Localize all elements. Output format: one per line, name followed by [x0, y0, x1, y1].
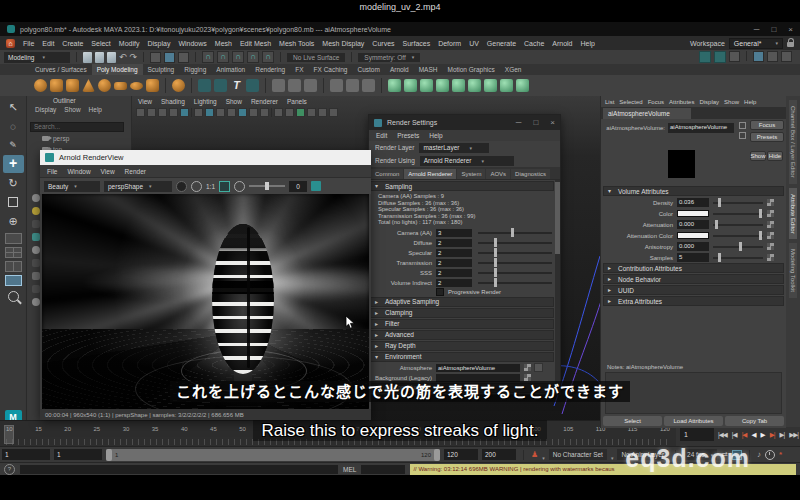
- map-checker-icon[interactable]: [524, 364, 531, 371]
- lock-workspace-icon[interactable]: [787, 42, 794, 47]
- render-settings-icon[interactable]: [729, 51, 740, 62]
- shelf-tab[interactable]: FX Caching: [309, 64, 353, 75]
- new-scene-icon[interactable]: [83, 52, 92, 63]
- shelf-tab[interactable]: Rigging: [179, 64, 211, 75]
- snap-surface-icon[interactable]: ∩: [262, 51, 274, 63]
- pixel-inspect-icon[interactable]: [234, 181, 245, 192]
- ipr-render-icon[interactable]: [714, 51, 726, 63]
- outliner-node-icon[interactable]: [32, 194, 40, 202]
- poly-plane-icon[interactable]: [114, 82, 127, 90]
- separator-icon[interactable]: [191, 108, 192, 117]
- side-panel-tab[interactable]: Modeling Toolkit: [789, 243, 797, 298]
- snap-grid-icon[interactable]: ∩: [202, 51, 214, 63]
- focus-button[interactable]: Focus: [750, 120, 784, 130]
- renderview-titlebar[interactable]: Arnold RenderView: [40, 150, 371, 165]
- map-checker-icon[interactable]: [767, 210, 774, 217]
- playback-end-field[interactable]: 120: [444, 449, 478, 460]
- menu-item[interactable]: File: [23, 40, 34, 47]
- start-ipr-icon[interactable]: [176, 181, 187, 192]
- exposure-slider[interactable]: [249, 185, 285, 187]
- attenuation-field[interactable]: 0.000: [677, 220, 709, 229]
- render-settings-menu-item[interactable]: Edit: [376, 132, 387, 139]
- bookmark-icon[interactable]: [169, 108, 178, 117]
- sampling-slider[interactable]: [478, 278, 552, 287]
- hotkey-icon[interactable]: *: [779, 450, 782, 459]
- isolate-selected-icon[interactable]: [311, 181, 321, 191]
- snap-plane-icon[interactable]: ∩: [247, 51, 259, 63]
- samples-slider[interactable]: [713, 253, 763, 262]
- outliner-search-input[interactable]: [30, 122, 124, 132]
- disconnect-button[interactable]: [534, 363, 543, 372]
- construction-plane-icon[interactable]: [272, 79, 285, 92]
- map-checker-icon[interactable]: [767, 254, 774, 261]
- maximize-button[interactable]: □: [533, 118, 538, 127]
- presets-button[interactable]: Presets: [750, 132, 784, 142]
- wireframe-icon[interactable]: [194, 108, 203, 117]
- lasso-tool-icon[interactable]: [3, 117, 24, 135]
- render-using-dropdown[interactable]: Arnold Renderer: [420, 156, 514, 166]
- menu-set-dropdown[interactable]: Modeling: [4, 52, 70, 63]
- attenuation-color-swatch[interactable]: [677, 232, 709, 239]
- shelf-tab[interactable]: Rendering: [250, 64, 290, 75]
- bridge-icon[interactable]: [500, 79, 513, 92]
- menu-item[interactable]: Mesh Display: [322, 40, 364, 47]
- map-checker-icon[interactable]: [767, 243, 774, 250]
- minimize-button[interactable]: ─: [516, 118, 522, 127]
- zoom-tool-icon[interactable]: [8, 291, 19, 302]
- outliner-node-icon[interactable]: [32, 207, 40, 215]
- menu-item[interactable]: Mesh: [215, 40, 232, 47]
- separator[interactable]: [165, 78, 166, 93]
- smooth-icon[interactable]: [468, 79, 481, 92]
- playback-start-field[interactable]: 1: [54, 449, 102, 460]
- renderview-menu-item[interactable]: Window: [67, 168, 90, 175]
- menu-item[interactable]: Surfaces: [403, 40, 431, 47]
- outliner-node-icon[interactable]: [32, 272, 40, 280]
- render-settings-tab[interactable]: System: [457, 169, 485, 179]
- viewport-menu-item[interactable]: Panels: [287, 98, 307, 105]
- atmosphere-field[interactable]: aiAtmosphereVolume: [436, 364, 520, 372]
- layout-single-pane-button[interactable]: [5, 233, 22, 244]
- boolean-intersect-icon[interactable]: [420, 79, 433, 92]
- shelf-tab[interactable]: Animation: [211, 64, 250, 75]
- side-panel-tab[interactable]: Attribute Editor: [789, 188, 797, 240]
- sampling-value-field[interactable]: 3: [436, 229, 472, 237]
- poly-soccer-icon[interactable]: [172, 79, 185, 92]
- scale-tool-icon[interactable]: [3, 193, 24, 211]
- viewport-menu-item[interactable]: Renderer: [251, 98, 278, 105]
- collapsed-section-header[interactable]: Adaptive Sampling: [370, 297, 554, 307]
- rotate-tool-icon[interactable]: [3, 174, 24, 192]
- outliner-menu-item[interactable]: Help: [89, 106, 102, 113]
- renderview-menu-item[interactable]: View: [101, 168, 115, 175]
- range-slider[interactable]: 1 120: [106, 449, 440, 461]
- select-hierarchy-icon[interactable]: [150, 52, 161, 63]
- side-panel-tab[interactable]: Channel Box / Layer Editor: [789, 100, 797, 184]
- help-icon[interactable]: ?: [4, 464, 15, 475]
- boolean-union-icon[interactable]: [388, 79, 401, 92]
- move-tool-icon[interactable]: [3, 155, 24, 173]
- attribute-editor-menu-item[interactable]: Show: [724, 99, 739, 107]
- separator-icon[interactable]: [271, 108, 272, 117]
- sampling-value-field[interactable]: 2: [436, 279, 472, 287]
- attribute-editor-menu-item[interactable]: List: [605, 99, 614, 107]
- menu-item[interactable]: UV: [469, 40, 479, 47]
- sampling-value-field[interactable]: 2: [436, 239, 472, 247]
- ao-icon[interactable]: [249, 108, 258, 117]
- show-button[interactable]: Show: [750, 151, 766, 161]
- attribute-editor-menu-item[interactable]: Focus: [648, 99, 664, 107]
- menu-item[interactable]: Modify: [119, 40, 140, 47]
- node-name-field[interactable]: aiAtmosphereVolume: [668, 123, 734, 133]
- attribute-editor-menu-item[interactable]: Display: [699, 99, 719, 107]
- collapsed-section-header[interactable]: Extra Attributes: [603, 296, 784, 306]
- use-all-lights-icon[interactable]: [227, 108, 236, 117]
- extrude-icon[interactable]: [516, 79, 529, 92]
- renderview-menu-item[interactable]: File: [47, 168, 57, 175]
- maya-home-icon[interactable]: [6, 39, 15, 48]
- color-slider[interactable]: [713, 209, 763, 218]
- outliner-menu-item[interactable]: Show: [64, 106, 80, 113]
- material-preview-swatch[interactable]: [668, 150, 695, 178]
- exposure-field[interactable]: 0: [289, 181, 307, 192]
- separator[interactable]: [191, 78, 192, 93]
- list-icon[interactable]: [739, 132, 746, 139]
- outliner-node-icon[interactable]: [32, 259, 40, 267]
- outliner-node-icon[interactable]: [32, 298, 40, 306]
